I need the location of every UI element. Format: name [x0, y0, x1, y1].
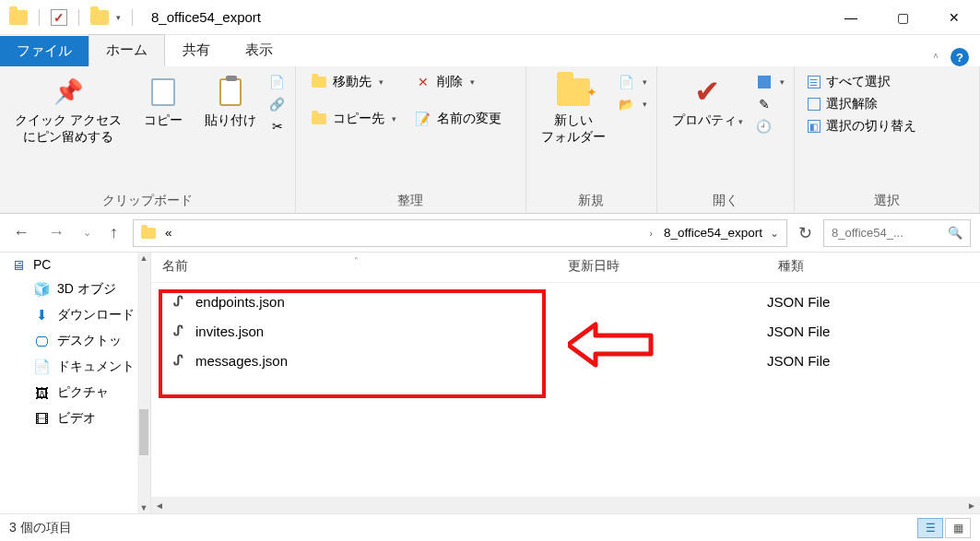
rename-icon: 📝 — [415, 111, 431, 127]
check-icon: ✔ — [694, 71, 720, 113]
column-name[interactable]: ˄名前 — [151, 258, 557, 275]
group-label-select: 選択 — [804, 189, 970, 211]
history-icon: 🕘 — [756, 118, 773, 135]
documents-icon: 📄 — [33, 359, 50, 374]
horizontal-scrollbar[interactable]: ◄ ► — [151, 497, 980, 513]
column-type[interactable]: 種類 — [767, 258, 980, 275]
copy-icon — [151, 78, 175, 106]
window-title: 8_office54_export — [146, 9, 261, 25]
up-button[interactable]: ↑ — [106, 223, 122, 242]
cut-button[interactable]: ✂ — [269, 118, 286, 135]
tab-share[interactable]: 共有 — [165, 34, 228, 66]
sort-indicator-icon: ˄ — [354, 256, 359, 265]
tree-desktop[interactable]: 🖵デスクトッ — [0, 328, 150, 354]
recent-locations-button[interactable]: ⌄ — [79, 227, 95, 239]
tree-documents[interactable]: 📄ドキュメント — [0, 354, 150, 380]
ribbon-tabs: ファイル ホーム 共有 表示 ＾ ? — [0, 35, 980, 66]
properties-button[interactable]: ✔ プロパティ▾ — [667, 72, 749, 133]
scrollbar-thumb[interactable] — [139, 409, 148, 455]
new-item-button[interactable]: 📄▾ — [619, 74, 647, 90]
new-folder-button[interactable]: ✦ 新しい フォルダー — [536, 72, 611, 149]
scroll-up-icon[interactable]: ▲ — [137, 253, 150, 263]
copy-path-icon: 📄 — [269, 74, 286, 90]
qat-dropdown-icon[interactable]: ▾ — [116, 13, 121, 22]
select-all-button[interactable]: ☰すべて選択 — [808, 74, 916, 90]
copy-to-button[interactable]: コピー先▾ — [311, 111, 396, 127]
quick-access-toolbar: ✓ ▾ — [0, 9, 146, 26]
large-icons-view-button[interactable]: ▦ — [945, 518, 971, 538]
open-button[interactable]: ▾ — [756, 74, 785, 90]
properties-qat-icon[interactable]: ✓ — [51, 9, 67, 26]
refresh-button[interactable]: ↻ — [798, 223, 812, 243]
group-label-open: 開く — [667, 189, 785, 211]
paste-shortcut-button[interactable]: 🔗 — [269, 96, 286, 112]
search-input[interactable]: 8_office54_... 🔍 — [823, 219, 971, 247]
address-dropdown-icon[interactable]: ⌄ — [770, 227, 779, 240]
scroll-left-icon[interactable]: ◄ — [151, 500, 168, 511]
forward-button[interactable]: → — [44, 223, 68, 242]
copy-path-button[interactable]: 📄 — [269, 74, 286, 90]
videos-icon: 🎞 — [33, 411, 50, 426]
folder-icon — [90, 10, 109, 25]
move-to-button[interactable]: 移動先▾ — [311, 74, 396, 90]
rename-button[interactable]: 📝名前の変更 — [415, 111, 502, 127]
search-placeholder: 8_office54_... — [832, 226, 903, 240]
scroll-down-icon[interactable]: ▼ — [137, 503, 150, 512]
file-name: messages.json — [195, 353, 288, 369]
collapse-ribbon-icon[interactable]: ＾ — [930, 50, 941, 65]
copy-button[interactable]: コピー — [135, 72, 192, 133]
navigation-bar: ← → ⌄ ↑ « › 8_office54_export ⌄ ↻ 8_offi… — [0, 214, 980, 253]
breadcrumb-current[interactable]: 8_office54_export — [664, 226, 762, 240]
pin-quickaccess-button[interactable]: 📌 クイック アクセス にピン留めする — [9, 72, 127, 149]
paste-button[interactable]: 貼り付け — [199, 72, 262, 133]
select-none-icon — [808, 98, 821, 111]
file-row[interactable]: ᔑendpoints.jsonJSON File — [151, 287, 980, 316]
tree-3d-objects[interactable]: 🧊3D オブジ — [0, 276, 150, 302]
history-button[interactable]: 🕘 — [756, 118, 785, 135]
file-type: JSON File — [767, 294, 980, 310]
breadcrumb-root[interactable]: « — [165, 226, 172, 240]
delete-icon: ✕ — [415, 74, 431, 90]
tree-pictures[interactable]: 🖼ピクチャ — [0, 380, 150, 406]
column-headers: ˄名前 更新日時 種類 — [151, 253, 980, 283]
pin-icon: 📌 — [53, 76, 83, 108]
invert-selection-button[interactable]: ◧選択の切り替え — [808, 118, 916, 135]
help-icon[interactable]: ? — [950, 48, 969, 66]
cut-icon: ✂ — [269, 118, 286, 135]
file-name: invites.json — [195, 323, 264, 339]
details-view-button[interactable]: ☰ — [917, 518, 943, 538]
new-folder-icon: ✦ — [557, 78, 590, 106]
file-type: JSON File — [767, 353, 980, 369]
select-none-button[interactable]: 選択解除 — [808, 96, 916, 112]
navigation-pane: 🖥PC 🧊3D オブジ ⬇ダウンロード 🖵デスクトッ 📄ドキュメント 🖼ピクチャ… — [0, 253, 151, 513]
close-button[interactable]: ✕ — [928, 0, 980, 35]
tab-home[interactable]: ホーム — [89, 34, 165, 66]
address-bar[interactable]: « › 8_office54_export ⌄ — [133, 219, 787, 247]
folder-icon — [312, 76, 326, 88]
tree-pc[interactable]: 🖥PC — [0, 253, 150, 276]
tab-file[interactable]: ファイル — [0, 36, 89, 66]
json-file-icon: ᔑ — [170, 293, 186, 310]
edit-button[interactable]: ✎ — [756, 96, 785, 112]
file-name: endpoints.json — [195, 294, 285, 310]
tree-downloads[interactable]: ⬇ダウンロード — [0, 302, 150, 328]
delete-button[interactable]: ✕削除▾ — [415, 74, 502, 90]
file-row[interactable]: ᔑmessages.jsonJSON File — [151, 346, 980, 375]
sidebar-scrollbar[interactable]: ▲ ▼ — [137, 253, 150, 513]
scroll-right-icon[interactable]: ► — [963, 500, 980, 511]
minimize-button[interactable]: — — [825, 0, 877, 35]
status-item-count: 3 個の項目 — [9, 520, 72, 536]
tab-view[interactable]: 表示 — [228, 34, 290, 66]
group-label-organize: 整理 — [305, 189, 516, 211]
tree-videos[interactable]: 🎞ビデオ — [0, 406, 150, 431]
maximize-button[interactable]: ▢ — [877, 0, 928, 35]
search-icon: 🔍 — [948, 226, 962, 240]
column-date[interactable]: 更新日時 — [557, 258, 767, 275]
json-file-icon: ᔑ — [170, 352, 186, 369]
easy-access-button[interactable]: 📂▾ — [619, 96, 647, 112]
folder-icon — [9, 10, 28, 25]
3d-objects-icon: 🧊 — [33, 282, 50, 297]
back-button[interactable]: ← — [9, 223, 33, 242]
file-row[interactable]: ᔑinvites.jsonJSON File — [151, 316, 980, 346]
new-item-icon: 📄 — [619, 74, 635, 90]
